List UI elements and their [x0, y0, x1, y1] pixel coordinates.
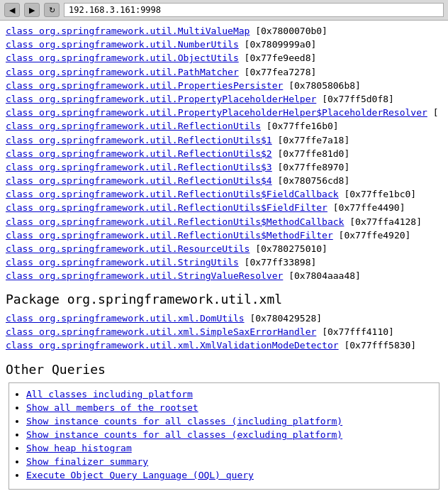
finalizer-summary-link[interactable]: Show finalizer summary	[26, 456, 148, 467]
class-line: class org.springframework.util.ResourceU…	[6, 243, 442, 255]
list-item: Show heap histogram	[26, 443, 430, 453]
address-text: [0x77ffe4490]	[333, 202, 405, 213]
class-link[interactable]: class org.springframework.util.PropertyP…	[6, 94, 316, 104]
address-text: [0x780756cd8]	[278, 175, 350, 186]
refresh-button[interactable]: ↻	[44, 3, 60, 17]
address-text: [0x7805806b8]	[289, 80, 361, 91]
class-link[interactable]: class org.springframework.util.StringVal…	[6, 270, 283, 281]
list-item: Show all members of the rootset	[26, 402, 430, 413]
address-text: [0x77ffe1bc0]	[344, 189, 416, 199]
class-line: class org.springframework.util.Reflectio…	[6, 148, 442, 160]
heap-histogram-link[interactable]: Show heap histogram	[26, 443, 132, 453]
class-line: class org.springframework.util.Reflectio…	[6, 120, 442, 133]
list-item: Show instance counts for all classes (in…	[26, 416, 430, 426]
class-line: class org.springframework.util.PathMatch…	[6, 66, 442, 79]
address-text: [0x7809999a0]	[245, 39, 317, 50]
address-text: [0x77fff5830]	[344, 340, 416, 351]
browser-chrome: ◀ ▶ ↻	[0, 0, 448, 21]
class-line: class org.springframework.util.StringVal…	[6, 270, 442, 282]
class-line: class org.springframework.util.Reflectio…	[6, 134, 442, 147]
address-text: [0x77ffe16b0]	[267, 121, 339, 131]
class-link[interactable]: class org.springframework.util.PathMatch…	[6, 67, 239, 77]
xml-class-list: class org.springframework.util.xml.DomUt…	[6, 312, 442, 353]
class-link[interactable]: class org.springframework.util.xml.DomUt…	[6, 313, 245, 324]
class-line: class org.springframework.util.Reflectio…	[6, 161, 442, 174]
class-link[interactable]: class org.springframework.util.MultiValu…	[6, 26, 250, 36]
class-link[interactable]: class org.springframework.util.Reflectio…	[6, 189, 339, 199]
queries-box: All classes including platform Show all …	[9, 382, 439, 490]
class-link[interactable]: class org.springframework.util.ObjectUti…	[6, 53, 239, 63]
address-text: [0x7800070b0]	[255, 26, 327, 36]
class-link[interactable]: class org.springframework.util.PropertyP…	[6, 107, 427, 118]
instance-counts-excluding-link[interactable]: Show instance counts for all classes (ex…	[26, 429, 342, 440]
address-text: [0x780429528]	[250, 313, 322, 324]
address-text: [0x77fe9eed8]	[245, 53, 317, 63]
list-item: Show instance counts for all classes (ex…	[26, 429, 430, 440]
address-text: [0x77ffe8970]	[278, 162, 350, 172]
queries-list: All classes including platform Show all …	[26, 389, 430, 480]
class-line: class org.springframework.util.StringUti…	[6, 256, 442, 269]
class-link[interactable]: class org.springframework.util.Reflectio…	[6, 216, 344, 227]
back-button[interactable]: ◀	[4, 3, 20, 17]
address-text: [0x77ff33898]	[245, 257, 317, 268]
address-text: [0x77ffa4128]	[349, 216, 422, 227]
class-link[interactable]: class org.springframework.util.Reflectio…	[6, 121, 261, 131]
class-line: class org.springframework.util.Reflectio…	[6, 202, 442, 214]
class-line: class org.springframework.util.NumberUti…	[6, 38, 442, 51]
class-line: class org.springframework.util.Propertie…	[6, 79, 442, 92]
class-link[interactable]: class org.springframework.util.Reflectio…	[6, 162, 272, 172]
address-text: [0x780275010]	[255, 243, 327, 254]
class-line: class org.springframework.util.xml.XmlVa…	[6, 339, 442, 352]
address-bar[interactable]	[64, 3, 444, 17]
forward-button[interactable]: ▶	[24, 3, 40, 17]
oql-query-link[interactable]: Execute Object Query Language (OQL) quer…	[26, 470, 254, 480]
page-content: class org.springframework.util.MultiValu…	[0, 21, 448, 494]
instance-counts-including-link[interactable]: Show instance counts for all classes (in…	[26, 416, 342, 426]
class-line: class org.springframework.util.Reflectio…	[6, 175, 442, 187]
all-members-link[interactable]: Show all members of the rootset	[26, 402, 198, 413]
class-line: class org.springframework.util.Reflectio…	[6, 188, 442, 201]
xml-section-heading: Package org.springframework.util.xml	[6, 292, 442, 307]
address-text: [0x77fea7278]	[245, 67, 317, 77]
class-line: class org.springframework.util.xml.DomUt…	[6, 312, 442, 325]
class-link[interactable]: class org.springframework.util.xml.Simpl…	[6, 326, 316, 337]
class-line: class org.springframework.util.ObjectUti…	[6, 52, 442, 65]
address-text: [0x77ffe7a18]	[278, 135, 350, 145]
class-link[interactable]: class org.springframework.util.Reflectio…	[6, 148, 272, 159]
class-link[interactable]: class org.springframework.util.Reflectio…	[6, 230, 333, 241]
class-line: class org.springframework.util.Reflectio…	[6, 229, 442, 242]
address-text: [0x77ffe4920]	[339, 230, 411, 241]
class-link[interactable]: class org.springframework.util.NumberUti…	[6, 39, 239, 50]
all-classes-link[interactable]: All classes including platform	[26, 389, 193, 399]
class-link[interactable]: class org.springframework.util.StringUti…	[6, 257, 239, 268]
class-link[interactable]: class org.springframework.util.xml.XmlVa…	[6, 340, 339, 351]
class-line: class org.springframework.util.Reflectio…	[6, 216, 442, 228]
list-item: Execute Object Query Language (OQL) quer…	[26, 470, 430, 480]
address-text: [0x77fff4110]	[322, 326, 394, 337]
address-text: [	[433, 107, 439, 118]
class-line: class org.springframework.util.xml.Simpl…	[6, 326, 442, 338]
class-link[interactable]: class org.springframework.util.Propertie…	[6, 80, 283, 91]
class-line: class org.springframework.util.PropertyP…	[6, 106, 442, 119]
class-link[interactable]: class org.springframework.util.Reflectio…	[6, 175, 272, 186]
list-item: All classes including platform	[26, 389, 430, 399]
class-link[interactable]: class org.springframework.util.ResourceU…	[6, 243, 250, 254]
other-queries-title: Other Queries	[6, 362, 442, 377]
address-text: [0x77ff5d0f8]	[322, 94, 394, 104]
other-queries-section: Other Queries All classes including plat…	[6, 362, 442, 490]
address-text: [0x7804aaa48]	[289, 270, 361, 281]
class-line: class org.springframework.util.MultiValu…	[6, 25, 442, 38]
address-text: [0x77ffe81d0]	[278, 148, 350, 159]
list-item: Show finalizer summary	[26, 456, 430, 467]
class-link[interactable]: class org.springframework.util.Reflectio…	[6, 202, 327, 213]
util-class-list: class org.springframework.util.MultiValu…	[6, 25, 442, 283]
class-link[interactable]: class org.springframework.util.Reflectio…	[6, 135, 272, 145]
class-line: class org.springframework.util.PropertyP…	[6, 93, 442, 106]
